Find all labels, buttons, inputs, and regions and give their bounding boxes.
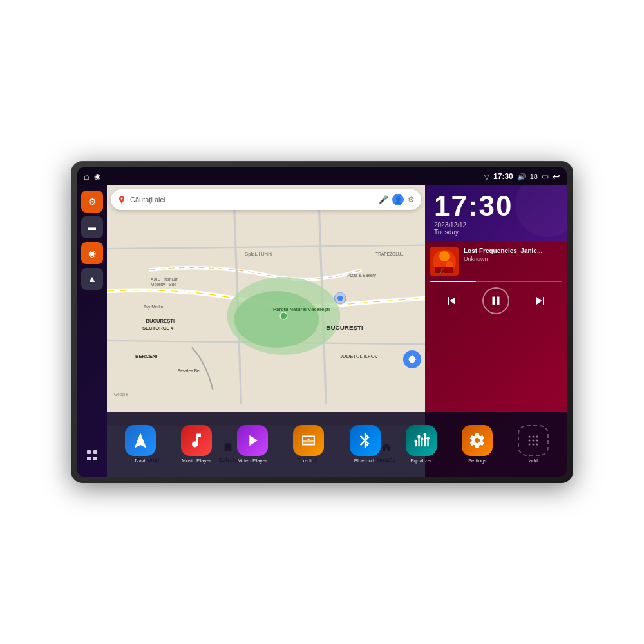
app-music-player[interactable]: Music Player (171, 425, 222, 464)
clock-widget: 17:30 2023/12/12 Tuesday (425, 185, 567, 242)
svg-rect-35 (303, 443, 314, 444)
app-grid: Navi Music Player (107, 412, 567, 477)
svg-text:Sesatea Be...: Sesatea Be... (178, 368, 204, 373)
radio-icon (293, 425, 324, 456)
bluetooth-svg (356, 431, 374, 450)
video-player-label: Video Player (238, 458, 267, 464)
app-navi[interactable]: Navi (115, 425, 166, 464)
sidebar-folder-button[interactable]: ▬ (81, 216, 103, 238)
radar-icon (408, 355, 417, 364)
svg-text:Splaiul Unirii: Splaiul Unirii (245, 251, 272, 257)
app-add[interactable]: add (508, 425, 559, 464)
device-screen: ⌂ ◉ ▽ 17:30 🔊 18 ▭ ↩ (77, 167, 567, 477)
app-settings[interactable]: Settings (452, 425, 503, 464)
svg-text:AXIS Premium: AXIS Premium (151, 277, 179, 281)
settings-label: Settings (468, 458, 487, 464)
sidebar-apps-button[interactable] (81, 444, 103, 466)
map-location-button[interactable] (403, 350, 421, 368)
music-info: Lost Frequencies_Janie... Unknown (464, 247, 562, 262)
svg-point-42 (417, 435, 421, 439)
navi-icon (125, 425, 156, 456)
svg-point-43 (421, 437, 424, 440)
map-search-text: Căutați aici (130, 196, 375, 204)
map-pin-icon: ◉ (88, 248, 96, 258)
apps-grid-icon (86, 449, 99, 462)
bluetooth-label: Bluetooth (354, 458, 376, 464)
svg-point-27 (280, 312, 287, 319)
app-bluetooth[interactable]: Bluetooth (339, 425, 390, 464)
svg-rect-37 (418, 437, 419, 446)
pause-button[interactable] (482, 287, 509, 314)
svg-rect-39 (424, 435, 426, 447)
prev-button[interactable] (440, 289, 463, 312)
prev-icon (444, 293, 459, 308)
svg-point-52 (529, 444, 531, 446)
settings-svg (468, 431, 486, 450)
svg-point-41 (414, 440, 417, 443)
add-icon (518, 425, 549, 456)
svg-text:🎵: 🎵 (439, 267, 446, 274)
svg-rect-34 (303, 440, 314, 442)
svg-point-26 (337, 296, 343, 301)
settings-icon: ⚙ (88, 196, 97, 207)
next-icon (533, 293, 548, 308)
google-maps-icon (117, 195, 126, 204)
app-equalizer[interactable]: Equalizer (395, 425, 446, 464)
album-art-svg: 🎵 (430, 247, 459, 276)
pause-icon (489, 294, 503, 308)
music-progress-fill (430, 281, 476, 282)
radio-label: radio (303, 458, 314, 464)
music-player-icon (181, 425, 212, 456)
status-bar: ⌂ ◉ ▽ 17:30 🔊 18 ▭ ↩ (77, 167, 567, 185)
music-progress-bar[interactable] (430, 281, 562, 282)
layers-icon[interactable]: ⚙ (408, 195, 415, 204)
sidebar-settings-button[interactable]: ⚙ (81, 191, 103, 213)
svg-rect-0 (87, 450, 91, 454)
map-container[interactable]: Splaiul Unirii Parcul Natural Văcărești … (107, 185, 425, 425)
nav-arrow-icon: ▲ (88, 274, 97, 284)
svg-text:Mobility - Sud: Mobility - Sud (151, 282, 176, 287)
svg-point-49 (529, 440, 531, 442)
navi-svg (131, 431, 149, 450)
music-artist: Unknown (464, 256, 562, 262)
sidebar-map-button[interactable]: ◉ (81, 242, 103, 264)
status-right: ▽ 17:30 🔊 18 ▭ ↩ (484, 171, 560, 182)
folder-icon: ▬ (88, 223, 96, 232)
user-icon[interactable]: 👤 (392, 194, 404, 205)
settings-app-icon (462, 425, 493, 456)
battery-level: 18 (530, 173, 538, 180)
svg-point-46 (529, 436, 531, 438)
svg-text:JUDEȚUL ILFOV: JUDEȚUL ILFOV (340, 354, 378, 359)
svg-point-54 (536, 444, 538, 446)
svg-point-53 (533, 444, 535, 446)
next-button[interactable] (529, 289, 552, 312)
svg-point-30 (439, 251, 450, 261)
app-video-player[interactable]: Video Player (227, 425, 278, 464)
volume-icon[interactable]: 🔊 (517, 173, 526, 181)
album-art: 🎵 (430, 247, 459, 276)
back-icon[interactable]: ↩ (553, 171, 560, 182)
clock-time: 17:30 (434, 192, 558, 220)
svg-rect-1 (93, 450, 97, 454)
mic-icon[interactable]: 🎤 (379, 195, 388, 204)
svg-point-50 (533, 440, 535, 442)
svg-text:Google: Google (114, 392, 128, 397)
app-radio[interactable]: radio (283, 425, 334, 464)
battery-icon: ▭ (542, 172, 549, 181)
svg-point-10 (234, 291, 319, 348)
equalizer-svg (412, 431, 430, 450)
sidebar-nav-button[interactable]: ▲ (81, 268, 103, 290)
radio-svg (299, 431, 317, 450)
home-icon[interactable]: ⌂ (84, 171, 89, 182)
svg-text:Parcul Natural Văcărești: Parcul Natural Văcărești (273, 307, 330, 312)
sidebar: ⚙ ▬ ◉ ▲ (77, 185, 107, 477)
svg-text:Pizza & Bakery: Pizza & Bakery (347, 273, 376, 278)
navi-label: Navi (135, 458, 146, 464)
map-search-bar[interactable]: Căutați aici 🎤 👤 ⚙ (111, 189, 421, 210)
equalizer-label: Equalizer (410, 458, 431, 464)
video-player-icon (237, 425, 268, 456)
device: ⌂ ◉ ▽ 17:30 🔊 18 ▭ ↩ (71, 161, 573, 483)
map-svg: Splaiul Unirii Parcul Natural Văcărești … (107, 185, 425, 425)
svg-rect-38 (421, 440, 422, 447)
nav-icon[interactable]: ◉ (94, 172, 100, 181)
